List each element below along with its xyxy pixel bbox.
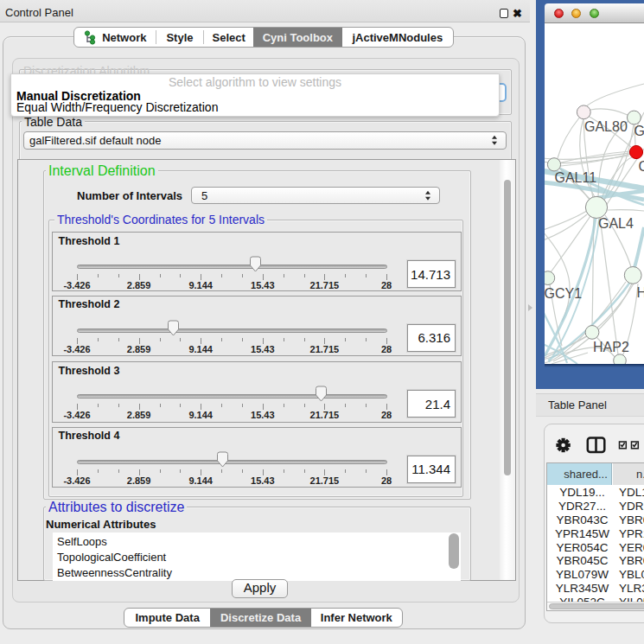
svg-text:GCY1: GCY1 <box>545 286 582 301</box>
svg-text:GAL11: GAL11 <box>555 170 597 185</box>
svg-text:GA: GA <box>634 124 644 138</box>
svg-text:C: C <box>639 159 644 174</box>
svg-text:HAP2: HAP2 <box>593 340 629 354</box>
svg-text:H: H <box>637 285 644 300</box>
svg-text:GAL80: GAL80 <box>584 119 628 134</box>
svg-text:GAL4: GAL4 <box>598 216 634 231</box>
